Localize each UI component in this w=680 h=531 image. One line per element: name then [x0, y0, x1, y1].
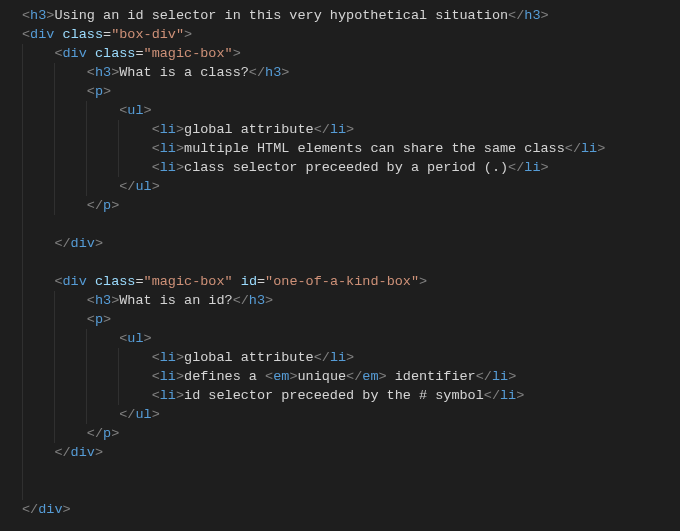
- token-punct: =: [135, 46, 143, 61]
- token-bracket: <: [22, 27, 30, 42]
- indent-guide: [22, 310, 23, 329]
- token-text: id selector preceeded by the # symbol: [184, 388, 484, 403]
- code-line[interactable]: [22, 462, 680, 481]
- code-line[interactable]: <h3>What is an id?</h3>: [22, 291, 680, 310]
- token-bracket: >: [597, 141, 605, 156]
- code-line[interactable]: </p>: [22, 424, 680, 443]
- token-bracket: >: [111, 198, 119, 213]
- token-bracket: </: [54, 445, 70, 460]
- indent-guide: [22, 44, 23, 63]
- token-bracket: >: [233, 46, 241, 61]
- indent-guide: [118, 139, 119, 158]
- token-bracket: >: [541, 160, 549, 175]
- code-line[interactable]: <ul>: [22, 329, 680, 348]
- token-attrval: "magic-box": [144, 46, 233, 61]
- token-bracket: >: [176, 141, 184, 156]
- code-line[interactable]: <div class="magic-box">: [22, 44, 680, 63]
- token-bracket: >: [176, 369, 184, 384]
- code-line[interactable]: <li>multiple HTML elements can share the…: [22, 139, 680, 158]
- code-line[interactable]: </ul>: [22, 177, 680, 196]
- code-line[interactable]: <p>: [22, 310, 680, 329]
- token-tagname: li: [492, 369, 508, 384]
- indent-guide: [86, 329, 87, 348]
- code-line[interactable]: <div class="magic-box" id="one-of-a-kind…: [22, 272, 680, 291]
- code-line[interactable]: <h3>Using an id selector in this very hy…: [22, 6, 680, 25]
- token-bracket: <: [152, 388, 160, 403]
- code-area[interactable]: <h3>Using an id selector in this very hy…: [22, 6, 680, 519]
- token-bracket: >: [111, 426, 119, 441]
- token-bracket: <: [152, 122, 160, 137]
- code-line[interactable]: </ul>: [22, 405, 680, 424]
- token-text: unique: [297, 369, 346, 384]
- line-content: <h3>What is a class?</h3>: [22, 65, 289, 80]
- indent-guide: [54, 196, 55, 215]
- indent-guide: [54, 63, 55, 82]
- indent-guide: [22, 329, 23, 348]
- token-tagname: div: [71, 445, 95, 460]
- code-line[interactable]: <h3>What is a class?</h3>: [22, 63, 680, 82]
- token-tagname: li: [524, 160, 540, 175]
- indent-guide: [54, 177, 55, 196]
- indent-guide: [22, 272, 23, 291]
- editor-gutter: [0, 6, 22, 519]
- token-attrval: "one-of-a-kind-box": [265, 274, 419, 289]
- code-line[interactable]: <div class="box-div">: [22, 25, 680, 44]
- token-text: Using an id selector in this very hypoth…: [54, 8, 508, 23]
- token-punct: =: [103, 27, 111, 42]
- token-tagname: li: [160, 141, 176, 156]
- token-tagname: li: [500, 388, 516, 403]
- line-content: </p>: [22, 426, 119, 441]
- token-bracket: <: [265, 369, 273, 384]
- code-line[interactable]: </div>: [22, 500, 680, 519]
- indent-guide: [54, 291, 55, 310]
- indent-guide: [22, 253, 23, 272]
- token-bracket: </: [119, 179, 135, 194]
- indent-guide: [86, 120, 87, 139]
- token-bracket: >: [176, 160, 184, 175]
- code-line[interactable]: <li>id selector preceeded by the # symbo…: [22, 386, 680, 405]
- token-bracket: <: [152, 369, 160, 384]
- code-line[interactable]: <li>class selector preceeded by a period…: [22, 158, 680, 177]
- token-tagname: em: [362, 369, 378, 384]
- code-editor[interactable]: <h3>Using an id selector in this very hy…: [0, 6, 680, 519]
- token-text: [54, 27, 62, 42]
- token-bracket: </: [314, 350, 330, 365]
- indent-guide: [54, 405, 55, 424]
- token-bracket: </: [484, 388, 500, 403]
- indent-guide: [118, 158, 119, 177]
- token-bracket: >: [95, 236, 103, 251]
- code-line[interactable]: <li>global attribute</li>: [22, 120, 680, 139]
- line-content: <li>multiple HTML elements can share the…: [22, 141, 605, 156]
- indent-guide: [54, 367, 55, 386]
- code-line[interactable]: </div>: [22, 234, 680, 253]
- code-line[interactable]: <li>defines a <em>unique</em> identifier…: [22, 367, 680, 386]
- line-content: </div>: [22, 236, 103, 251]
- line-content: </div>: [22, 502, 71, 517]
- indent-guide: [118, 120, 119, 139]
- token-tagname: li: [160, 122, 176, 137]
- token-tagname: h3: [30, 8, 46, 23]
- token-punct: =: [135, 274, 143, 289]
- code-line[interactable]: <li>global attribute</li>: [22, 348, 680, 367]
- line-content: </div>: [22, 445, 103, 460]
- indent-guide: [86, 386, 87, 405]
- code-line[interactable]: [22, 215, 680, 234]
- token-tagname: li: [160, 369, 176, 384]
- indent-guide: [22, 215, 23, 234]
- code-line[interactable]: </div>: [22, 443, 680, 462]
- line-content: </p>: [22, 198, 119, 213]
- indent-guide: [22, 63, 23, 82]
- code-line[interactable]: <ul>: [22, 101, 680, 120]
- token-tagname: p: [103, 426, 111, 441]
- token-tagname: ul: [127, 103, 143, 118]
- line-content: <li>global attribute</li>: [22, 350, 354, 365]
- code-line[interactable]: <p>: [22, 82, 680, 101]
- token-text: global attribute: [184, 122, 314, 137]
- code-line[interactable]: [22, 253, 680, 272]
- token-bracket: <: [87, 65, 95, 80]
- token-bracket: </: [346, 369, 362, 384]
- indent-guide: [54, 82, 55, 101]
- code-line[interactable]: [22, 481, 680, 500]
- code-line[interactable]: </p>: [22, 196, 680, 215]
- indent-guide: [54, 139, 55, 158]
